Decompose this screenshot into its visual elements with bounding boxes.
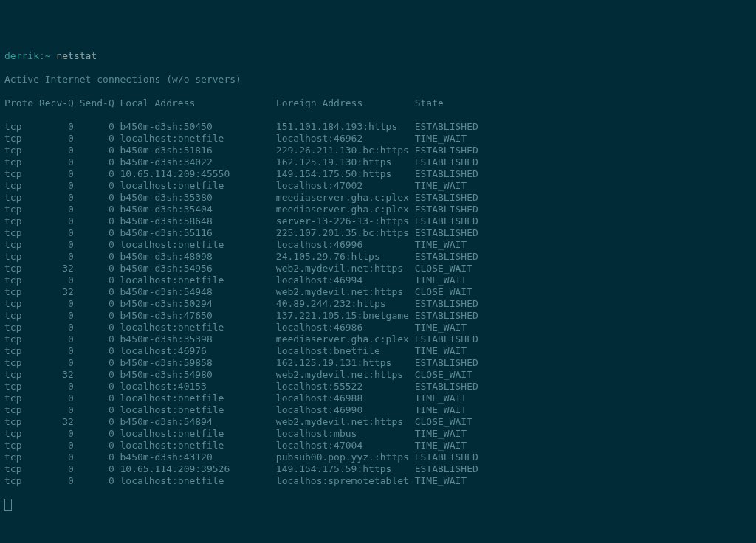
table-row: tcp 0 0 b450m-d3sh:50294 40.89.244.232:h… <box>4 298 752 310</box>
table-row: tcp 0 0 10.65.114.209:45550 149.154.175.… <box>4 168 752 180</box>
table-row: tcp 0 0 b450m-d3sh:55116 225.107.201.35.… <box>4 227 752 239</box>
prompt-sep: : <box>39 50 45 61</box>
prompt-user: derrik <box>4 50 39 61</box>
table-row: tcp 0 0 b450m-d3sh:51816 229.26.211.130.… <box>4 145 752 156</box>
table-row: tcp 0 0 localhost:46976 localhost:bnetfi… <box>4 345 752 357</box>
table-row: tcp 0 0 b450m-d3sh:48098 24.105.29.76:ht… <box>4 251 752 263</box>
column-header: Proto Recv-Q Send-Q Local Address Foreig… <box>4 97 752 109</box>
table-row: tcp 32 0 b450m-d3sh:54894 web2.mydevil.n… <box>4 416 752 428</box>
table-row: tcp 0 0 b450m-d3sh:35380 meediaserver.gh… <box>4 192 752 204</box>
table-row: tcp 0 0 localhost:bnetfile localhost:469… <box>4 392 752 404</box>
table-row: tcp 0 0 b450m-d3sh:47650 137.221.105.15:… <box>4 310 752 322</box>
table-row: tcp 0 0 b450m-d3sh:35404 meediaserver.gh… <box>4 204 752 215</box>
connection-table: tcp 0 0 b450m-d3sh:50450 151.101.184.193… <box>4 121 752 487</box>
table-row: tcp 0 0 localhost:bnetfile localhost:470… <box>4 440 752 452</box>
table-row: tcp 0 0 localhost:bnetfile localhost:mbu… <box>4 428 752 440</box>
table-row: tcp 0 0 localhost:bnetfile localhost:469… <box>4 322 752 333</box>
table-row: tcp 32 0 b450m-d3sh:54980 web2.mydevil.n… <box>4 369 752 381</box>
table-row: tcp 0 0 b450m-d3sh:43120 pubsub00.pop.yy… <box>4 452 752 463</box>
table-row: tcp 0 0 b450m-d3sh:50450 151.101.184.193… <box>4 121 752 133</box>
table-row: tcp 0 0 b450m-d3sh:58648 server-13-226-1… <box>4 215 752 227</box>
cursor-icon <box>4 499 12 511</box>
table-row: tcp 0 0 localhost:40153 localhost:55522 … <box>4 381 752 392</box>
table-row: tcp 0 0 localhost:bnetfile localhost:469… <box>4 239 752 251</box>
header-active-connections: Active Internet connections (w/o servers… <box>4 74 752 86</box>
table-row: tcp 0 0 b450m-d3sh:35398 meediaserver.gh… <box>4 333 752 345</box>
table-row: tcp 0 0 localhost:bnetfile localhost:469… <box>4 274 752 286</box>
table-row: tcp 0 0 localhost:bnetfile localhost:469… <box>4 133 752 145</box>
command-text: netstat <box>56 50 97 61</box>
table-row: tcp 0 0 b450m-d3sh:34022 162.125.19.130:… <box>4 156 752 168</box>
table-row: tcp 0 0 b450m-d3sh:59858 162.125.19.131:… <box>4 357 752 369</box>
table-row: tcp 0 0 10.65.114.209:39526 149.154.175.… <box>4 463 752 475</box>
prompt-line[interactable]: derrik:~ netstat <box>4 50 752 62</box>
table-row: tcp 32 0 b450m-d3sh:54956 web2.mydevil.n… <box>4 263 752 274</box>
table-row: tcp 0 0 localhost:bnetfile localhos:spre… <box>4 475 752 487</box>
table-row: tcp 0 0 localhost:bnetfile localhost:469… <box>4 404 752 416</box>
table-row: tcp 32 0 b450m-d3sh:54948 web2.mydevil.n… <box>4 286 752 298</box>
prompt-path: ~ <box>45 50 51 61</box>
table-row: tcp 0 0 localhost:bnetfile localhost:470… <box>4 180 752 192</box>
